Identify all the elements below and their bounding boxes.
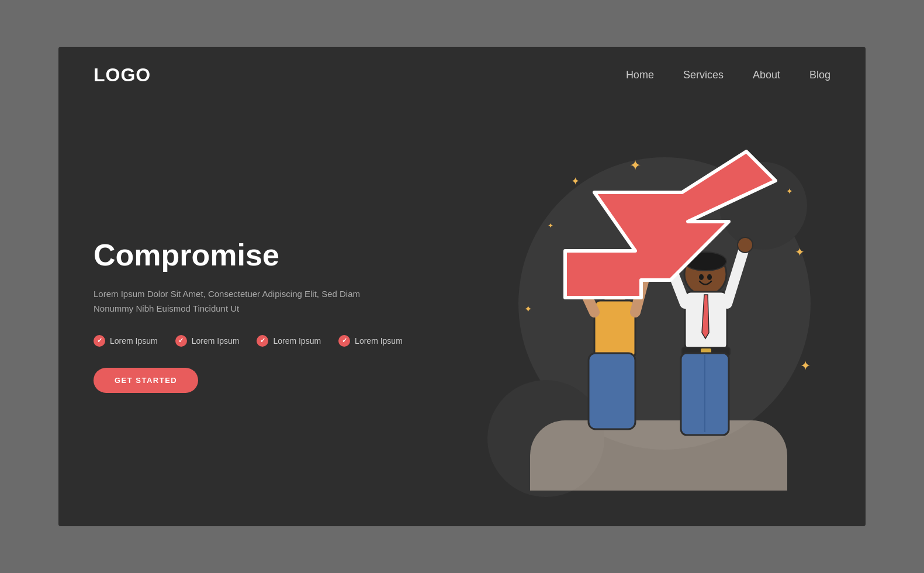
hero-illustration: ✦ ✦ ✦ ✦ ✦ ✦ ✦ bbox=[499, 115, 830, 503]
main-content: Compromise Lorem Ipsum Dolor Sit Amet, C… bbox=[58, 103, 866, 526]
sparkle-5: ✦ bbox=[524, 303, 532, 315]
sparkle-4: ✦ bbox=[795, 245, 805, 259]
hero-headline: Compromise bbox=[94, 237, 499, 272]
check-icon-3 bbox=[257, 335, 268, 347]
page-wrapper: LOGO Home Services About Blog Compromise… bbox=[58, 47, 866, 526]
checkmark-item-3: Lorem Ipsum bbox=[257, 335, 321, 347]
sparkle-1: ✦ bbox=[571, 175, 580, 188]
check-icon-1 bbox=[94, 335, 105, 347]
checkmarks-row: Lorem Ipsum Lorem Ipsum Lorem Ipsum Lore… bbox=[94, 335, 499, 347]
hero-description: Lorem Ipsum Dolor Sit Amet, Consectetuer… bbox=[94, 286, 374, 316]
navigation: Home Services About Blog bbox=[626, 69, 830, 81]
get-started-button[interactable]: GET STARTED bbox=[94, 368, 198, 393]
checkmark-label-4: Lorem Ipsum bbox=[355, 336, 403, 346]
svg-marker-0 bbox=[565, 151, 776, 298]
nav-item-services[interactable]: Services bbox=[683, 69, 724, 81]
illustration-container: ✦ ✦ ✦ ✦ ✦ ✦ ✦ bbox=[513, 128, 816, 491]
check-icon-4 bbox=[338, 335, 350, 347]
nav-item-blog[interactable]: Blog bbox=[809, 69, 830, 81]
nav-item-about[interactable]: About bbox=[753, 69, 780, 81]
sparkle-2: ✦ bbox=[629, 157, 641, 174]
svg-rect-4 bbox=[589, 353, 635, 429]
sparkle-6: ✦ bbox=[800, 358, 811, 374]
hero-left: Compromise Lorem Ipsum Dolor Sit Amet, C… bbox=[94, 115, 499, 503]
check-icon-2 bbox=[175, 335, 187, 347]
checkmark-label-2: Lorem Ipsum bbox=[192, 336, 240, 346]
arrow-graphic bbox=[548, 146, 781, 309]
checkmark-item-1: Lorem Ipsum bbox=[94, 335, 158, 347]
logo: LOGO bbox=[94, 64, 151, 86]
sparkle-7: ✦ bbox=[548, 222, 553, 230]
checkmark-item-2: Lorem Ipsum bbox=[175, 335, 240, 347]
checkmark-label-3: Lorem Ipsum bbox=[273, 336, 321, 346]
checkmark-label-1: Lorem Ipsum bbox=[110, 336, 158, 346]
sparkle-3: ✦ bbox=[786, 187, 793, 196]
nav-item-home[interactable]: Home bbox=[626, 69, 654, 81]
header: LOGO Home Services About Blog bbox=[58, 47, 866, 103]
checkmark-item-4: Lorem Ipsum bbox=[338, 335, 403, 347]
